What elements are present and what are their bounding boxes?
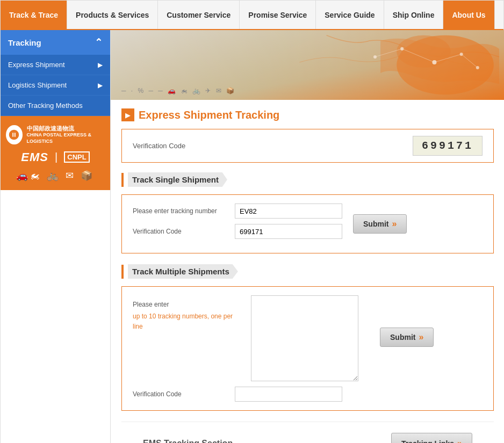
sidebar-logos: 中国邮政速递物流 CHINA POSTAL EXPRESS & LOGISTIC… [1,116,110,190]
nav-track-trace[interactable]: Track & Trace [1,1,67,29]
svg-point-4 [400,47,404,50]
sidebar-item-express-shipment[interactable]: Express Shipment ▶ [1,55,110,75]
sidebar-item-logistics-shipment[interactable]: Logistics Shipment ▶ [1,75,110,96]
track-multiple-title: Track Multiple Shipments [128,264,238,279]
sidebar: Tracking ⌃ Express Shipment ▶ Logistics … [1,30,111,443]
track-single-header: Track Single Shipment [121,172,494,187]
logo-top-section: 中国邮政速递物流 CHINA POSTAL EXPRESS & LOGISTIC… [6,125,105,145]
postal-logo-icon [6,125,23,144]
multi-enter-label: Please enter [133,301,169,308]
nav-service-guide[interactable]: Service Guide [316,1,384,29]
multi-verification-row: Verification Code [133,387,483,402]
multi-right-section: Submit » [369,295,434,347]
single-submit-label: Submit [363,220,388,228]
track-single-title: Track Single Shipment [128,172,227,187]
multi-submit-label: Submit [390,333,415,342]
postal-text-cn: 中国邮政速递物流 CHINA POSTAL EXPRESS & LOGISTIC… [27,125,105,145]
arrow-right-icon: ▶ [98,61,103,69]
ems-cnpl-logo: EMS | CNPL [21,150,89,164]
tracking-number-row: Please enter tracking number [133,204,342,219]
multi-submit-arrows-icon: » [419,332,423,342]
multi-submit-button[interactable]: Submit » [380,328,434,347]
single-verification-label: Verification Code [133,228,229,235]
sidebar-tracking-header[interactable]: Tracking ⌃ [1,30,110,55]
svg-point-5 [432,60,436,64]
tracking-number-input[interactable] [235,204,342,219]
cnpl-label: CNPL [64,151,89,163]
tracking-links-arrows-icon: » [457,439,462,443]
other-tracking-label: Other Tracking Methods [8,101,83,110]
svg-point-3 [373,55,377,59]
footer-section: EMS Tracking Section Tracking Links » [121,422,494,443]
logistics-shipment-label: Logistics Shipment [8,81,67,89]
submit-arrows-icon: » [392,219,397,229]
banner: ─ · % ─ ─ 🚗 🏍 🚲 ✈ ✉ 📦 [111,30,504,100]
single-submit-button[interactable]: Submit » [353,214,407,234]
nav-promise-service[interactable]: Promise Service [240,1,316,29]
track-single-form-panel: Please enter tracking number Verificatio… [121,194,494,253]
tracking-number-label: Please enter tracking number [133,207,229,215]
chevron-up-icon: ⌃ [95,37,103,48]
transport-icons: 🚗🏍 🚲 ✉ 📦 [16,170,95,181]
section-header: ▶ Express Shipment Tracking [121,108,494,121]
sidebar-item-other-tracking[interactable]: Other Tracking Methods [1,96,110,116]
multi-verification-label: Verification Code [133,390,229,398]
footer-label: EMS Tracking Section [143,439,233,443]
verification-label: Verification Code [133,142,413,150]
captcha-display: 699171 [413,136,483,156]
single-verification-row: Verification Code [133,224,342,239]
track-multiple-header: Track Multiple Shipments [121,264,494,279]
express-shipment-label: Express Shipment [8,61,65,69]
content-body: ▶ Express Shipment Tracking Verification… [111,100,504,443]
page-title: Express Shipment Tracking [139,109,279,121]
multi-form-row: Please enter up to 10 tracking numbers, … [133,295,483,381]
content-area: ─ · % ─ ─ 🚗 🏍 🚲 ✈ ✉ 📦 ▶ Express Shipment… [111,30,504,443]
nav-products-services[interactable]: Products & Services [67,1,158,29]
subsection-bar [121,173,124,187]
multi-verification-input[interactable] [235,387,342,402]
nav-ship-online[interactable]: Ship Online [384,1,444,29]
single-verification-input[interactable] [235,224,342,239]
sidebar-tracking-label: Tracking [8,38,41,47]
main-layout: Tracking ⌃ Express Shipment ▶ Logistics … [1,30,504,443]
ems-label: EMS [21,150,48,164]
nav-customer-service[interactable]: Customer Service [158,1,240,29]
subsection-bar-2 [121,265,124,279]
tracking-links-label: Tracking Links [401,439,454,443]
track-multiple-form-panel: Please enter up to 10 tracking numbers, … [121,286,494,411]
tracking-links-button[interactable]: Tracking Links » [391,433,472,443]
section-arrow-icon: ▶ [121,108,134,121]
verification-code-box: Verification Code 699171 [121,129,494,163]
multi-hint-label: up to 10 tracking numbers, one per line [133,311,240,332]
arrow-right-icon-2: ▶ [98,82,103,89]
nav-about-us[interactable]: About Us [443,1,494,29]
multi-tracking-textarea[interactable] [251,295,358,381]
multi-left-section: Please enter up to 10 tracking numbers, … [133,295,240,332]
banner-transport-icons: ─ · % ─ ─ 🚗 🏍 🚲 ✈ ✉ 📦 [121,87,236,95]
top-navigation: Track & Trace Products & Services Custom… [1,1,503,30]
